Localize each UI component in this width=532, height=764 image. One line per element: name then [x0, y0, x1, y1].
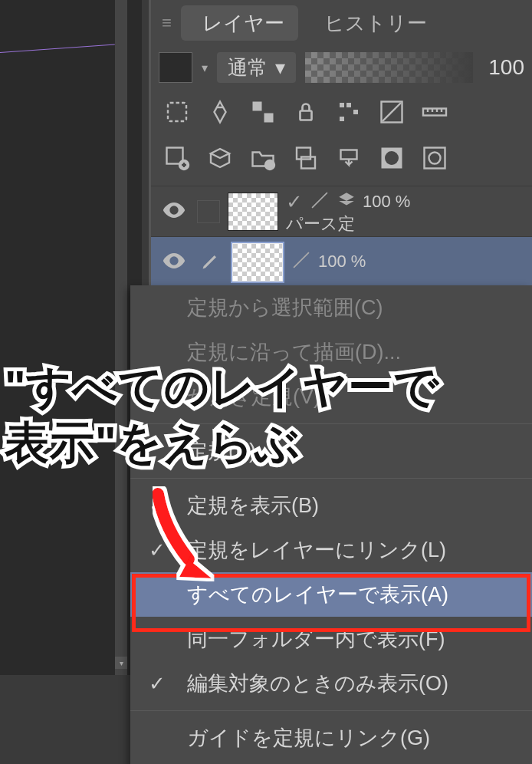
- blend-mode-select[interactable]: 通常 ▾: [217, 52, 296, 83]
- blend-row: ▾ 通常 ▾ 100: [151, 46, 532, 89]
- tab-layers-label: レイヤー: [202, 10, 284, 37]
- ctx-separator: [130, 478, 532, 479]
- layer-meta: ✓ 100 % パース定: [286, 189, 410, 233]
- tab-layers[interactable]: レイヤー: [181, 5, 298, 41]
- tab-history[interactable]: ヒストリー: [303, 5, 441, 41]
- apply-mask-icon[interactable]: [419, 143, 450, 173]
- context-menu: 定規から選択範囲(C) 定規に沿って描画(D)... かえき定規(V) 定規(E…: [130, 285, 532, 764]
- panel-menu-icon[interactable]: ≡: [157, 13, 176, 33]
- visibility-toggle[interactable]: [159, 197, 189, 226]
- layer-thumbnail[interactable]: [228, 193, 278, 231]
- svg-rect-1: [253, 102, 262, 111]
- svg-rect-9: [423, 109, 446, 116]
- layer-row-selected[interactable]: 100 %: [151, 236, 532, 287]
- panel-tabs: ≡ レイヤー ヒストリー: [151, 0, 532, 46]
- scroll-down-button[interactable]: ▾: [115, 657, 127, 669]
- blend-mode-label: 通常: [228, 54, 268, 81]
- lock-pen-icon[interactable]: [205, 97, 235, 127]
- svg-point-12: [265, 160, 274, 170]
- overlap-icon: [337, 190, 356, 214]
- opacity-slider[interactable]: [305, 52, 473, 83]
- ruler-badge-icon: [291, 249, 312, 275]
- ruler-icon[interactable]: [419, 97, 450, 127]
- layer-meta: 100 %: [291, 249, 366, 275]
- svg-rect-5: [346, 103, 351, 107]
- layers-list: ✓ 100 % パース定 100 %: [151, 181, 532, 287]
- layer-name: パース定: [286, 215, 410, 233]
- check-icon: ✓: [149, 538, 166, 562]
- svg-rect-4: [340, 103, 344, 107]
- layer-checkbox[interactable]: [197, 200, 220, 223]
- svg-rect-15: [341, 150, 357, 160]
- layer-opacity: 100 %: [363, 193, 410, 211]
- edit-indicator-icon: [197, 250, 225, 275]
- check-icon: ✓: [149, 672, 166, 696]
- new-folder-icon[interactable]: [248, 143, 278, 173]
- reference-icon[interactable]: [376, 97, 407, 127]
- new-layer-icon[interactable]: [162, 143, 192, 173]
- ctx-link-ruler-to-layer[interactable]: ✓定規をレイヤーにリンク(L): [130, 528, 532, 572]
- svg-rect-3: [300, 111, 312, 120]
- layer-opacity: 100 %: [318, 252, 366, 271]
- ctx-show-ruler[interactable]: ✓定規を表示(B): [130, 483, 532, 528]
- annotation-text: "すべてのレイヤーで 表示"をえらぶ: [5, 359, 440, 470]
- ctx-show-only-editing[interactable]: ✓編集対象のときのみ表示(O): [130, 661, 532, 706]
- visibility-toggle[interactable]: [159, 248, 189, 277]
- ctx-show-in-same-folder[interactable]: 同一フォルダー内で表示(F): [130, 617, 532, 661]
- layer-row[interactable]: ✓ 100 % パース定: [151, 186, 532, 236]
- layer-thumbnail[interactable]: [232, 243, 283, 282]
- mask-icon[interactable]: [376, 143, 407, 173]
- tab-history-label: ヒストリー: [324, 10, 427, 37]
- new-3d-icon[interactable]: [205, 143, 235, 173]
- ruler-badge-icon: [309, 189, 330, 215]
- lock-pixelate-icon[interactable]: [333, 97, 364, 127]
- chevron-down-icon: ▾: [275, 56, 285, 80]
- svg-rect-7: [340, 117, 344, 121]
- svg-rect-6: [353, 110, 358, 114]
- opacity-value: 100: [482, 55, 524, 80]
- transfer-down-icon[interactable]: [291, 143, 321, 173]
- lock-transparency-icon[interactable]: [248, 97, 278, 127]
- svg-point-19: [429, 153, 441, 164]
- layer-lock-row: [151, 89, 532, 135]
- merge-down-icon[interactable]: [333, 143, 364, 173]
- ctx-selection-from-ruler[interactable]: 定規から選択範囲(C): [130, 285, 532, 330]
- vertical-scrollbar[interactable]: ▾: [115, 0, 127, 675]
- ctx-show-in-all-layers[interactable]: すべてのレイヤーで表示(A): [130, 572, 532, 617]
- check-icon: ✓: [286, 191, 303, 213]
- lock-dashed-icon[interactable]: [162, 97, 192, 127]
- lock-position-icon[interactable]: [291, 97, 321, 127]
- svg-rect-2: [264, 114, 274, 123]
- layer-action-row: [151, 135, 532, 181]
- svg-point-17: [385, 151, 399, 165]
- ctx-link-guide-to-ruler[interactable]: ガイドを定規にリンク(G): [130, 716, 532, 760]
- color-swatch[interactable]: [159, 52, 192, 83]
- svg-rect-0: [168, 103, 186, 121]
- swatch-caret-icon[interactable]: ▾: [202, 61, 208, 75]
- ctx-separator: [130, 710, 532, 711]
- check-icon: ✓: [149, 494, 166, 518]
- svg-rect-18: [425, 148, 445, 169]
